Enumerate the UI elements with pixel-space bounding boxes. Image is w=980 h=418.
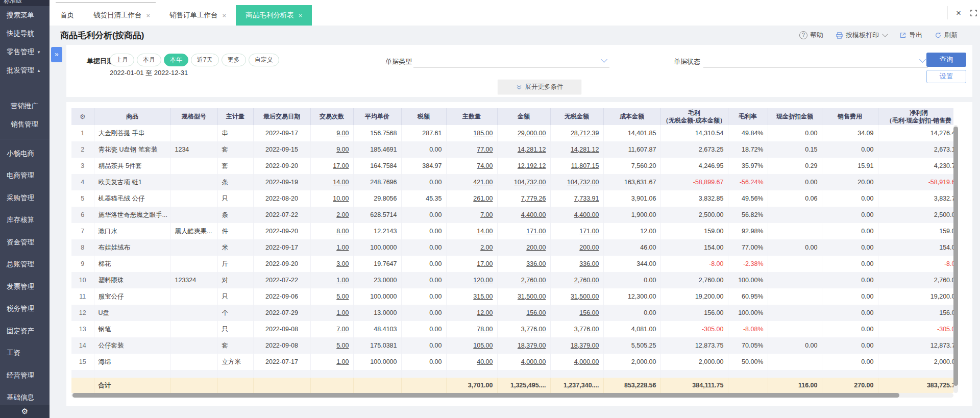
sidebar-item[interactable]: 搜索菜单 [0,6,50,24]
drill-link[interactable]: 4,400.00 [521,211,546,218]
drill-link[interactable]: 31,500.00 [571,293,599,300]
drill-link[interactable]: 2.00 [480,244,493,251]
sidebar-item[interactable]: 电商管理 [0,165,50,187]
drill-link[interactable]: 14.00 [333,179,349,186]
print-by-template-button[interactable]: 按模板打印 [836,31,887,40]
sidebar-item[interactable]: 快捷导航 [0,24,50,43]
date-chip[interactable]: 近7天 [191,54,219,66]
drill-link[interactable]: 336.00 [526,260,546,267]
drill-link[interactable]: 261.00 [473,195,493,202]
tab[interactable]: 首页 [51,5,84,26]
table-row[interactable]: 3精品茶具 5件套套2022-09-2017.00164.7584384.977… [71,158,953,174]
table-row[interactable]: 4欧美复古项 链1条2022-09-1914.00248.76960.00421… [71,174,953,190]
sidebar-item[interactable]: 工资 [0,342,50,365]
sidebar-item[interactable]: 发票管理 [0,276,50,298]
horizontal-scrollbar-thumb[interactable] [72,393,899,398]
drill-link[interactable]: 7,733.91 [574,195,599,202]
drill-link[interactable]: 77.00 [477,146,493,153]
drill-link[interactable]: 11,807.15 [571,162,599,169]
sidebar-item[interactable]: 经营管理 [0,364,50,387]
drill-link[interactable]: 315.00 [473,293,493,300]
table-row[interactable]: 13钢笔只2022-09-087.0048.41030.0078.003,776… [71,321,953,337]
drill-link[interactable]: 12.00 [477,309,493,316]
sidebar-item[interactable]: 营销推广 [0,97,50,115]
date-chip[interactable]: 更多 [222,54,246,66]
date-chip[interactable]: 自定义 [249,54,279,66]
drill-link[interactable]: 3.00 [336,260,349,267]
doc-status-select[interactable] [703,53,928,68]
sidebar-item[interactable]: 固定资产 [0,320,50,342]
table-row[interactable]: 5机器猫毛绒 公仔只2022-08-2010.0029.805645.35261… [71,190,953,207]
drill-link[interactable]: 5.00 [336,342,349,349]
drill-link[interactable]: 1.00 [336,358,349,365]
table-row[interactable]: 8布娃娃绒布米2022-09-171.00100.00000.002.00200… [71,239,953,256]
date-chip[interactable]: 本月 [137,54,161,66]
sidebar-item[interactable]: 采购管理 [0,187,50,209]
expand-more-conditions-button[interactable]: 展开更多条件 [498,80,581,94]
table-row[interactable]: 12U盘个2022-07-291.0013.00000.0012.00156.0… [71,305,953,321]
drill-link[interactable]: 12,192.12 [518,162,546,169]
drill-link[interactable]: 4,400.00 [574,211,599,218]
drill-link[interactable]: 17.00 [333,162,349,169]
drill-link[interactable]: 1.00 [336,277,349,284]
drill-link[interactable]: 4,000.00 [574,358,599,365]
close-icon[interactable]: × [956,9,961,17]
table-row[interactable]: 15海绵立方米2022-07-171.00100.00000.0040.004,… [71,354,953,370]
drill-link[interactable]: 78.00 [477,326,493,333]
drill-link[interactable]: 9.00 [336,130,349,137]
drill-link[interactable]: 1.00 [336,244,349,251]
drill-link[interactable]: 31,500.00 [518,293,546,300]
column-header[interactable]: ⚙ [71,108,94,125]
table-row[interactable]: 9棉花斤2022-09-203.0019.76470.0017.00336.00… [71,256,953,272]
drill-link[interactable]: 120.00 [473,277,493,284]
drill-link[interactable]: 104,732.00 [514,179,546,186]
table-row[interactable]: 6施华洛世奇恶魔之眼手...条2022-07-222.00628.57140.0… [71,207,953,223]
drill-link[interactable]: 5.00 [336,293,349,300]
drill-link[interactable]: 171.00 [526,228,546,235]
sidebar-item[interactable]: 销售管理 [0,115,50,134]
date-range-value[interactable]: 2022-01-01 至 2022-12-31 [110,68,188,78]
tab[interactable]: 钱货日清工作台× [84,5,160,26]
drill-link[interactable]: 171.00 [579,228,599,235]
drill-link[interactable]: 4,000.00 [521,358,546,365]
drill-link[interactable]: 3,776.00 [521,326,546,333]
table-row[interactable]: 11服宝公仔只2022-09-065.00100.00000.00315.003… [71,288,953,305]
vertical-scrollbar-thumb[interactable] [953,127,958,386]
date-chip[interactable]: 本年 [164,54,188,66]
drill-link[interactable]: 156.00 [579,309,599,316]
drill-link[interactable]: 74.00 [477,162,493,169]
drill-link[interactable]: 1.00 [336,309,349,316]
fullscreen-icon[interactable] [970,10,977,16]
drill-link[interactable]: 10.00 [333,195,349,202]
drill-link[interactable]: 105.00 [473,342,493,349]
drill-link[interactable]: 17.00 [477,260,493,267]
table-row[interactable]: 7漱口水黑人酷爽果...件2022-09-208.0012.21430.0014… [71,223,953,239]
drill-link[interactable]: 7,779.26 [521,195,546,202]
refresh-button[interactable]: 刷新 [935,31,958,40]
drill-link[interactable]: 8.00 [336,228,349,235]
tab[interactable]: 商品毛利分析表× [236,5,312,26]
drill-link[interactable]: 40.00 [477,358,493,365]
query-button[interactable]: 查询 [926,53,966,67]
sidebar-item[interactable]: 总账管理 [0,254,50,276]
drill-link[interactable]: 29,000.00 [518,130,546,137]
drill-link[interactable]: 104,732.00 [567,179,599,186]
drill-link[interactable]: 18,379.00 [518,342,546,349]
sidebar-item[interactable]: 零售管理▼ [0,43,50,61]
drill-link[interactable]: 14.00 [477,228,493,235]
drill-link[interactable]: 9.00 [336,146,349,153]
collapse-filter-button[interactable]: » [51,47,62,62]
drill-link[interactable]: 2,760.00 [521,277,546,284]
drill-link[interactable]: 2.00 [336,211,349,218]
export-button[interactable]: 导出 [899,31,922,40]
close-tab-icon[interactable]: × [146,12,151,19]
table-row[interactable]: 10塑料眼珠123324对2022-07-221.0023.00000.0012… [71,272,953,288]
close-tab-icon[interactable]: × [223,12,227,19]
sidebar-item[interactable]: 小畅电商 [0,142,50,165]
drill-link[interactable]: 156.00 [526,309,546,316]
drill-link[interactable]: 200.00 [526,244,546,251]
drill-link[interactable]: 28,712.39 [571,130,599,137]
drill-link[interactable]: 18,379.00 [571,342,599,349]
help-button[interactable]: ? 帮助 [799,31,823,40]
sidebar-item[interactable]: 税务管理 [0,298,50,321]
